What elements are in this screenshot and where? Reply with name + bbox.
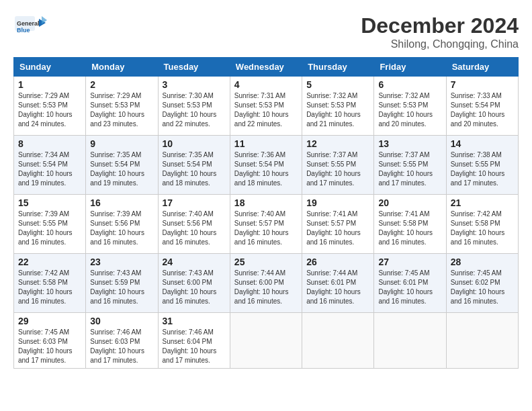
day-info: Sunrise: 7:35 AM Sunset: 5:54 PM Dayligh… [163, 150, 226, 188]
calendar-cell: 24 Sunrise: 7:43 AM Sunset: 6:00 PM Dayl… [158, 254, 230, 313]
col-header-sunday: Sunday [14, 58, 86, 77]
day-number: 31 [163, 316, 226, 326]
day-info: Sunrise: 7:29 AM Sunset: 5:53 PM Dayligh… [18, 91, 81, 129]
col-header-monday: Monday [86, 58, 158, 77]
day-number: 20 [378, 197, 441, 208]
day-info: Sunrise: 7:45 AM Sunset: 6:03 PM Dayligh… [18, 328, 81, 365]
day-info: Sunrise: 7:45 AM Sunset: 6:01 PM Dayligh… [378, 269, 441, 306]
day-info: Sunrise: 7:41 AM Sunset: 5:57 PM Dayligh… [306, 210, 369, 247]
calendar-cell: 8 Sunrise: 7:34 AM Sunset: 5:54 PM Dayli… [14, 136, 86, 195]
day-info: Sunrise: 7:43 AM Sunset: 6:00 PM Dayligh… [163, 269, 226, 306]
logo-svg: General Blue [13, 13, 47, 40]
day-info: Sunrise: 7:37 AM Sunset: 5:55 PM Dayligh… [378, 150, 441, 188]
calendar-cell [446, 313, 518, 369]
calendar-cell: 4 Sunrise: 7:31 AM Sunset: 5:53 PM Dayli… [230, 77, 302, 136]
location-subtitle: Shilong, Chongqing, China [361, 38, 519, 50]
day-number: 15 [18, 197, 81, 208]
calendar-week-row: 1 Sunrise: 7:29 AM Sunset: 5:53 PM Dayli… [14, 77, 519, 136]
page-header: General Blue December 2024 Shilong, Chon… [13, 13, 519, 50]
day-number: 5 [306, 79, 369, 90]
calendar-cell: 14 Sunrise: 7:38 AM Sunset: 5:55 PM Dayl… [446, 136, 518, 195]
day-info: Sunrise: 7:36 AM Sunset: 5:54 PM Dayligh… [234, 150, 298, 188]
day-info: Sunrise: 7:33 AM Sunset: 5:54 PM Dayligh… [451, 91, 514, 129]
col-header-saturday: Saturday [446, 58, 518, 77]
day-info: Sunrise: 7:38 AM Sunset: 5:55 PM Dayligh… [451, 150, 514, 188]
calendar-cell: 31 Sunrise: 7:46 AM Sunset: 6:04 PM Dayl… [158, 313, 230, 369]
day-number: 7 [451, 79, 514, 90]
calendar-cell: 28 Sunrise: 7:45 AM Sunset: 6:02 PM Dayl… [446, 254, 518, 313]
day-number: 10 [163, 138, 226, 149]
day-info: Sunrise: 7:40 AM Sunset: 5:56 PM Dayligh… [163, 210, 226, 247]
day-info: Sunrise: 7:41 AM Sunset: 5:58 PM Dayligh… [378, 210, 441, 247]
calendar-cell: 27 Sunrise: 7:45 AM Sunset: 6:01 PM Dayl… [374, 254, 446, 313]
day-info: Sunrise: 7:43 AM Sunset: 5:59 PM Dayligh… [90, 269, 153, 306]
day-info: Sunrise: 7:37 AM Sunset: 5:55 PM Dayligh… [306, 150, 369, 188]
day-number: 27 [378, 257, 441, 267]
col-header-wednesday: Wednesday [230, 58, 302, 77]
day-number: 11 [234, 138, 298, 149]
calendar-cell: 22 Sunrise: 7:42 AM Sunset: 5:58 PM Dayl… [14, 254, 86, 313]
svg-text:Blue: Blue [17, 27, 30, 34]
calendar-cell [374, 313, 446, 369]
day-number: 21 [451, 197, 514, 208]
col-header-tuesday: Tuesday [158, 58, 230, 77]
col-header-thursday: Thursday [302, 58, 374, 77]
day-number: 18 [234, 197, 298, 208]
calendar-table: SundayMondayTuesdayWednesdayThursdayFrid… [13, 57, 519, 369]
calendar-cell: 25 Sunrise: 7:44 AM Sunset: 6:00 PM Dayl… [230, 254, 302, 313]
day-number: 8 [18, 138, 81, 149]
calendar-cell: 30 Sunrise: 7:46 AM Sunset: 6:03 PM Dayl… [86, 313, 158, 369]
day-number: 28 [451, 257, 514, 267]
day-info: Sunrise: 7:30 AM Sunset: 5:53 PM Dayligh… [163, 91, 226, 129]
day-info: Sunrise: 7:32 AM Sunset: 5:53 PM Dayligh… [306, 91, 369, 129]
day-info: Sunrise: 7:35 AM Sunset: 5:54 PM Dayligh… [90, 150, 153, 188]
day-info: Sunrise: 7:45 AM Sunset: 6:02 PM Dayligh… [451, 269, 514, 306]
day-number: 2 [90, 79, 153, 90]
day-number: 25 [234, 257, 298, 267]
day-number: 6 [378, 79, 441, 90]
day-info: Sunrise: 7:44 AM Sunset: 6:00 PM Dayligh… [234, 269, 298, 306]
day-info: Sunrise: 7:31 AM Sunset: 5:53 PM Dayligh… [234, 91, 298, 129]
calendar-cell: 9 Sunrise: 7:35 AM Sunset: 5:54 PM Dayli… [86, 136, 158, 195]
calendar-cell: 2 Sunrise: 7:29 AM Sunset: 5:53 PM Dayli… [86, 77, 158, 136]
svg-text:General: General [17, 20, 40, 27]
day-info: Sunrise: 7:42 AM Sunset: 5:58 PM Dayligh… [451, 210, 514, 247]
calendar-cell: 11 Sunrise: 7:36 AM Sunset: 5:54 PM Dayl… [230, 136, 302, 195]
day-number: 14 [451, 138, 514, 149]
day-number: 12 [306, 138, 369, 149]
day-info: Sunrise: 7:42 AM Sunset: 5:58 PM Dayligh… [18, 269, 81, 306]
day-number: 13 [378, 138, 441, 149]
calendar-cell: 16 Sunrise: 7:39 AM Sunset: 5:56 PM Dayl… [86, 195, 158, 254]
calendar-cell: 7 Sunrise: 7:33 AM Sunset: 5:54 PM Dayli… [446, 77, 518, 136]
day-number: 29 [18, 316, 81, 326]
day-number: 24 [163, 257, 226, 267]
calendar-cell: 18 Sunrise: 7:40 AM Sunset: 5:57 PM Dayl… [230, 195, 302, 254]
calendar-cell: 21 Sunrise: 7:42 AM Sunset: 5:58 PM Dayl… [446, 195, 518, 254]
day-number: 16 [90, 197, 153, 208]
day-number: 9 [90, 138, 153, 149]
calendar-cell: 6 Sunrise: 7:32 AM Sunset: 5:53 PM Dayli… [374, 77, 446, 136]
day-number: 3 [163, 79, 226, 90]
calendar-cell: 29 Sunrise: 7:45 AM Sunset: 6:03 PM Dayl… [14, 313, 86, 369]
calendar-cell: 1 Sunrise: 7:29 AM Sunset: 5:53 PM Dayli… [14, 77, 86, 136]
day-info: Sunrise: 7:29 AM Sunset: 5:53 PM Dayligh… [90, 91, 153, 129]
day-info: Sunrise: 7:44 AM Sunset: 6:01 PM Dayligh… [306, 269, 369, 306]
day-number: 22 [18, 257, 81, 267]
col-header-friday: Friday [374, 58, 446, 77]
month-year-title: December 2024 [361, 13, 519, 38]
day-info: Sunrise: 7:39 AM Sunset: 5:56 PM Dayligh… [90, 210, 153, 247]
day-number: 30 [90, 316, 153, 326]
calendar-cell: 17 Sunrise: 7:40 AM Sunset: 5:56 PM Dayl… [158, 195, 230, 254]
day-info: Sunrise: 7:39 AM Sunset: 5:55 PM Dayligh… [18, 210, 81, 247]
day-number: 19 [306, 197, 369, 208]
calendar-cell: 12 Sunrise: 7:37 AM Sunset: 5:55 PM Dayl… [302, 136, 374, 195]
day-info: Sunrise: 7:34 AM Sunset: 5:54 PM Dayligh… [18, 150, 81, 188]
logo: General Blue [13, 13, 47, 40]
calendar-cell: 23 Sunrise: 7:43 AM Sunset: 5:59 PM Dayl… [86, 254, 158, 313]
calendar-cell: 19 Sunrise: 7:41 AM Sunset: 5:57 PM Dayl… [302, 195, 374, 254]
day-number: 17 [163, 197, 226, 208]
calendar-cell: 26 Sunrise: 7:44 AM Sunset: 6:01 PM Dayl… [302, 254, 374, 313]
calendar-cell [230, 313, 302, 369]
calendar-cell: 10 Sunrise: 7:35 AM Sunset: 5:54 PM Dayl… [158, 136, 230, 195]
day-info: Sunrise: 7:46 AM Sunset: 6:04 PM Dayligh… [163, 328, 226, 365]
